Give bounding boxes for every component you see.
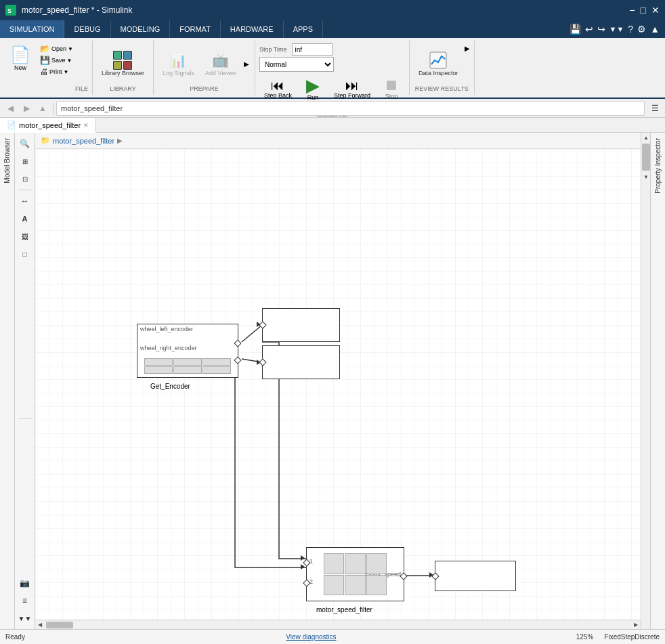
model-browser-label[interactable]: Model Browser	[1, 133, 14, 189]
breadcrumb-bar: 📁 motor_speed_filter ▶	[35, 133, 641, 149]
path-bar: motor_speed_filter	[56, 101, 645, 116]
more-tools-button[interactable]: ▼▼	[17, 610, 33, 626]
scroll-left-arrow[interactable]: ◀	[35, 620, 45, 630]
breadcrumb-root[interactable]: motor_speed_filter	[53, 137, 114, 145]
statusbar: Ready View diagnostics 125% FixedStepDis…	[0, 629, 665, 644]
ribbon-settings-icon[interactable]: ⚙	[637, 24, 646, 35]
output-block-3[interactable]	[435, 561, 516, 591]
arrow-tool-button[interactable]: ↔	[17, 193, 33, 209]
add-viewer-button[interactable]: 📺 Add Viewer	[200, 49, 241, 79]
rect-tool-button[interactable]: □	[17, 246, 33, 262]
scroll-thumb-vertical[interactable]	[642, 144, 650, 171]
titlebar: S motor_speed_filter * - Simulink − □ ✕	[0, 0, 665, 20]
image-tool-button[interactable]: 🖼	[17, 228, 33, 244]
scroll-right-arrow[interactable]: ▶	[631, 620, 641, 630]
canvas-menu-button[interactable]: ☰	[647, 101, 662, 116]
data-inspector-button[interactable]: Data Inspector	[414, 49, 463, 79]
main-area: Model Browser 🔍 ⊞ ⊡ ↔ A 🖼 □ 📷 ≡ ▼▼ 📁 mot…	[0, 133, 665, 629]
open-button[interactable]: 📂 Open ▼	[38, 43, 75, 54]
zoom-in-button[interactable]: 🔍	[17, 135, 33, 152]
property-inspector-label[interactable]: Property Inspector	[651, 133, 664, 199]
zoom-selection-button[interactable]: ⊡	[17, 171, 33, 187]
title-icon: S	[5, 5, 16, 16]
ribbon-group-file: 📄 New 📂 Open ▼ 💾 Save ▼ 🖨 Print ▼ FILE	[0, 41, 93, 95]
svg-marker-10	[301, 555, 305, 561]
vertical-scrollbar[interactable]: ▲ ▼	[641, 133, 650, 629]
save-button[interactable]: 💾 Save ▼	[38, 55, 75, 66]
library-browser-button[interactable]: Library Browser	[97, 49, 149, 79]
forward-button[interactable]: ▶	[19, 101, 34, 116]
tab-apps[interactable]: APPS	[284, 20, 323, 38]
get-encoder-block[interactable]: wheel_left_encoder wheel_right_encoder	[137, 324, 238, 378]
tab-hardware[interactable]: HARDWARE	[221, 20, 284, 38]
text-tool-button[interactable]: A	[17, 211, 33, 227]
step-back-button[interactable]: ⏮ Step Back	[259, 77, 297, 101]
scroll-up-arrow[interactable]: ▲	[641, 133, 650, 142]
property-inspector-panel: Property Inspector	[650, 133, 665, 629]
tab-label: motor_speed_filter	[19, 121, 81, 129]
stop-button[interactable]: ⏹ Stop	[378, 76, 405, 102]
fit-view-button[interactable]: ⊞	[17, 153, 33, 169]
tab-bar: 📄 motor_speed_filter ✕	[0, 118, 665, 133]
solver-type: FixedStepDiscrete	[604, 633, 660, 641]
ribbon-redo-icon[interactable]: ↪	[597, 24, 605, 35]
window-controls: − □ ✕	[629, 5, 660, 16]
ribbon-more-icon[interactable]: ▼▼	[609, 25, 624, 33]
print-button[interactable]: 🖨 Print ▼	[38, 66, 75, 77]
diagram-tab[interactable]: 📄 motor_speed_filter ✕	[0, 118, 96, 133]
get-encoder-label: Get_Encoder	[150, 383, 190, 390]
wheel-left-label: wheel_left_encoder	[140, 326, 193, 332]
prepare-more-button[interactable]: ▶	[242, 59, 251, 69]
tab-close-icon[interactable]: ✕	[83, 122, 89, 129]
tab-simulation[interactable]: SIMULATION	[0, 20, 64, 38]
stop-time-label: Stop Time	[259, 46, 287, 53]
simulation-mode-dropdown[interactable]: Normal	[259, 57, 334, 72]
motor-filter-label: motor_speed_filter	[316, 606, 372, 614]
close-button[interactable]: ✕	[651, 5, 660, 16]
output-block-2[interactable]	[262, 345, 340, 379]
ribbon-group-prepare: 📊 Log Signals 📺 Add Viewer ▶ PREPARE	[154, 41, 255, 95]
ribbon-save-icon[interactable]: 💾	[570, 24, 581, 35]
horizontal-scrollbar[interactable]: ◀ ▶	[35, 620, 641, 629]
ribbon-undo-icon[interactable]: ↩	[585, 24, 593, 35]
zoom-level: 125%	[576, 633, 594, 641]
camera-button[interactable]: 📷	[17, 575, 33, 591]
view-diagnostics-link[interactable]: View diagnostics	[286, 633, 336, 641]
scroll-down-arrow[interactable]: ▼	[641, 172, 650, 181]
stop-time-input[interactable]	[292, 43, 332, 56]
tab-debug[interactable]: DEBUG	[64, 20, 110, 38]
svg-line-3	[242, 325, 262, 342]
back-button[interactable]: ◀	[3, 101, 18, 116]
ribbon-group-library: Library Browser LIBRARY	[93, 41, 154, 95]
list-button[interactable]: ≡	[17, 593, 33, 609]
motor-filter-block[interactable]: 1 2 motor_speed	[306, 547, 404, 601]
path-text: motor_speed_filter	[61, 104, 123, 112]
title-text: motor_speed_filter * - Simulink	[22, 5, 624, 15]
left-toolbar: 🔍 ⊞ ⊡ ↔ A 🖼 □ 📷 ≡ ▼▼	[15, 133, 35, 629]
ribbon-help-icon[interactable]: ?	[628, 24, 633, 35]
toolbar: ◀ ▶ ▲ motor_speed_filter ☰	[0, 99, 665, 118]
status-ready: Ready	[5, 633, 46, 641]
svg-rect-2	[430, 52, 446, 68]
run-button[interactable]: ▶ Run	[299, 74, 326, 103]
tab-modeling[interactable]: MODELING	[111, 20, 171, 38]
svg-marker-7	[301, 564, 305, 570]
log-signals-button[interactable]: 📊 Log Signals	[158, 49, 199, 79]
canvas-area[interactable]: 📁 motor_speed_filter ▶	[35, 133, 650, 629]
output-block-1[interactable]	[262, 308, 340, 342]
wheel-right-label: wheel_right_encoder	[140, 345, 197, 351]
step-forward-button[interactable]: ⏭ Step Forward	[329, 77, 375, 101]
ribbon-group-simulate: Stop Time Normal ⏮ Step Back ▶ Run ⏭ Ste…	[255, 41, 410, 95]
review-more-button[interactable]: ▶	[465, 43, 470, 53]
ribbon-content: 📄 New 📂 Open ▼ 💾 Save ▼ 🖨 Print ▼ FILE	[0, 38, 665, 99]
maximize-button[interactable]: □	[641, 5, 646, 16]
diagram-canvas[interactable]: wheel_left_encoder wheel_right_encoder G…	[35, 149, 641, 620]
svg-text:S: S	[7, 7, 12, 14]
new-button[interactable]: 📄 New	[4, 43, 37, 73]
tab-format[interactable]: FORMAT	[170, 20, 221, 38]
minimize-button[interactable]: −	[629, 5, 635, 16]
scroll-thumb-horizontal[interactable]	[46, 622, 73, 628]
up-button[interactable]: ▲	[35, 101, 50, 116]
ribbon-collapse-icon[interactable]: ▲	[650, 24, 660, 35]
ribbon-group-review: Data Inspector ▶ REVIEW RESULTS	[410, 41, 475, 95]
